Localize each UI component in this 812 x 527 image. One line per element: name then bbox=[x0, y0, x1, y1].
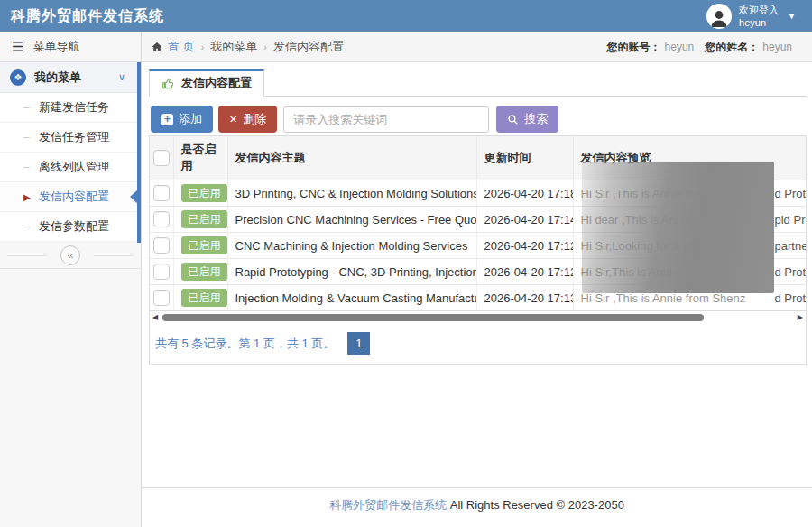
sidebar-item-offline-queue-manage[interactable]: – 离线列队管理 bbox=[0, 153, 141, 182]
tab-send-content-config[interactable]: 发信内容配置 bbox=[149, 69, 264, 97]
tab-label: 发信内容配置 bbox=[181, 75, 252, 91]
breadcrumb-home-link[interactable]: 首 页 bbox=[168, 39, 195, 55]
preview-cell: Hi Sir,Looking for a reliable manupartne… bbox=[573, 233, 806, 259]
subject-cell: Rapid Prototyping - CNC, 3D Printing, In… bbox=[227, 259, 476, 285]
sidebar-collapse-row: « bbox=[0, 242, 141, 269]
sidebar-collapse-button[interactable]: « bbox=[60, 245, 80, 265]
delete-button[interactable]: ✕ 删除 bbox=[218, 106, 277, 133]
top-bar: 科腾外贸邮件发信系统 欢迎登入 heyun ▼ bbox=[0, 0, 812, 32]
sidebar-item-send-content-config[interactable]: ▶ 发信内容配置 bbox=[0, 182, 141, 212]
pagination-summary: 共有 5 条记录。第 1 页，共 1 页。 bbox=[155, 336, 335, 352]
dash-icon: – bbox=[23, 101, 31, 114]
footer-rights: All Rights Reserved © 2023-2050 bbox=[447, 498, 624, 512]
hamburger-icon[interactable]: ☰ bbox=[12, 39, 23, 55]
row-checkbox[interactable] bbox=[153, 237, 170, 254]
select-all-checkbox[interactable] bbox=[153, 150, 170, 166]
sidebar-item-new-send-task[interactable]: – 新建发信任务 bbox=[0, 93, 141, 123]
avatar[interactable] bbox=[706, 4, 732, 29]
dash-icon: – bbox=[23, 220, 31, 233]
row-checkbox[interactable] bbox=[153, 185, 170, 201]
user-info: 您的账号： heyun 您的姓名： heyun bbox=[607, 40, 799, 55]
breadcrumb-bar: 首 页 › 我的菜单 › 发信内容配置 您的账号： heyun 您的姓名： he… bbox=[142, 32, 812, 62]
menu-group-label: 我的菜单 bbox=[34, 69, 110, 86]
subject-cell: Precision CNC Machining Services - Free … bbox=[227, 207, 476, 233]
content-table: 是否启用 发信内容主题 更新时间 发信内容预览 已启用 3D Printing,… bbox=[150, 136, 806, 311]
scroll-left-arrow[interactable]: ◀ bbox=[152, 314, 158, 321]
sidebar-group-my-menu[interactable]: ❖ 我的菜单 ∨ bbox=[0, 62, 141, 93]
status-badge: 已启用 bbox=[181, 210, 228, 228]
dash-icon: – bbox=[23, 131, 31, 143]
page-1-button[interactable]: 1 bbox=[347, 332, 370, 355]
scrollbar-thumb[interactable] bbox=[162, 314, 704, 321]
table-row: 已启用 Injection Molding & Vacuum Casting M… bbox=[150, 285, 806, 311]
chevron-down-icon: ∨ bbox=[118, 71, 125, 83]
menu-group-icon: ❖ bbox=[10, 69, 26, 86]
scroll-right-arrow[interactable]: ▶ bbox=[798, 314, 803, 321]
status-badge: 已启用 bbox=[181, 289, 228, 307]
active-arrow-icon: ▶ bbox=[23, 192, 31, 202]
sidebar-item-label: 离线列队管理 bbox=[39, 159, 109, 175]
subject-cell: 3D Printing, CNC & Injection Molding Sol… bbox=[227, 180, 476, 207]
search-icon bbox=[507, 114, 519, 125]
sidebar-accent-bar bbox=[137, 62, 141, 243]
sidebar-item-send-task-manage[interactable]: – 发信任务管理 bbox=[0, 123, 141, 153]
table-row: 已启用 CNC Machining & Injection Molding Se… bbox=[150, 233, 806, 259]
caret-down-icon[interactable]: ▼ bbox=[788, 12, 796, 21]
sidebar-item-label: 新建发信任务 bbox=[39, 99, 109, 116]
welcome-username: heyun bbox=[739, 16, 779, 29]
row-checkbox[interactable] bbox=[153, 290, 170, 306]
pagination-bar: 共有 5 条记录。第 1 页，共 1 页。 1 bbox=[150, 324, 806, 364]
sidebar-header: ☰ 菜单导航 bbox=[0, 32, 141, 62]
footer-brand-link[interactable]: 科腾外贸邮件发信系统 bbox=[329, 498, 447, 512]
plus-icon: + bbox=[161, 114, 173, 125]
search-button[interactable]: 搜索 bbox=[496, 106, 558, 133]
horizontal-scrollbar: ◀ ▶ bbox=[150, 311, 806, 324]
updated-cell: 2026-04-20 17:12:10 bbox=[476, 233, 573, 259]
user-menu[interactable]: 欢迎登入 heyun ▼ bbox=[706, 4, 801, 30]
breadcrumb-separator: › bbox=[201, 42, 205, 52]
header-updated: 更新时间 bbox=[476, 136, 573, 180]
updated-cell: 2026-04-20 17:12:34 bbox=[476, 259, 573, 285]
header-subject: 发信内容主题 bbox=[227, 136, 476, 180]
main-content: 首 页 › 我的菜单 › 发信内容配置 您的账号： heyun 您的姓名： he… bbox=[142, 32, 812, 527]
breadcrumb-level2: 发信内容配置 bbox=[273, 39, 344, 55]
sidebar-item-send-param-config[interactable]: – 发信参数配置 bbox=[0, 212, 141, 242]
subject-cell: CNC Machining & Injection Molding Servic… bbox=[227, 233, 476, 259]
preview-cell: Hi Sir ,This is Annie from Shenzd Proto bbox=[573, 285, 806, 311]
search-input[interactable] bbox=[283, 106, 489, 133]
breadcrumb-level1: 我的菜单 bbox=[210, 39, 257, 55]
tab-bar: 发信内容配置 bbox=[149, 69, 807, 97]
delete-button-label: 删除 bbox=[243, 111, 266, 127]
updated-cell: 2026-04-20 17:13:04 bbox=[476, 285, 573, 311]
sidebar-submenu: – 新建发信任务 – 发信任务管理 – 离线列队管理 ▶ 发信内容配置 – bbox=[0, 93, 141, 242]
table-row: 已启用 Precision CNC Machining Services - F… bbox=[150, 207, 806, 233]
add-button-label: 添加 bbox=[179, 111, 202, 127]
row-checkbox[interactable] bbox=[153, 264, 170, 280]
welcome-line1: 欢迎登入 bbox=[739, 4, 779, 16]
sidebar-item-label: 发信任务管理 bbox=[39, 129, 109, 145]
preview-cell: Hi Sir,This is Annie from Shenzhed Proto bbox=[573, 259, 806, 285]
row-checkbox[interactable] bbox=[153, 211, 170, 227]
name-value: heyun bbox=[762, 41, 792, 53]
data-grid: 是否启用 发信内容主题 更新时间 发信内容预览 已启用 3D Printing,… bbox=[149, 135, 807, 365]
sidebar-item-label: 发信内容配置 bbox=[39, 189, 109, 205]
x-icon: ✕ bbox=[229, 114, 237, 125]
status-badge: 已启用 bbox=[181, 184, 228, 202]
subject-cell: Injection Molding & Vacuum Casting Manuf… bbox=[227, 285, 476, 311]
status-badge: 已启用 bbox=[181, 263, 228, 281]
status-badge: 已启用 bbox=[181, 236, 228, 254]
dash-icon: – bbox=[23, 161, 31, 173]
preview-cell: Hi Sir ,This is Annie from Shenzhed Prot… bbox=[573, 180, 806, 207]
name-label: 您的姓名： bbox=[705, 40, 759, 55]
home-icon bbox=[151, 41, 168, 54]
welcome-text: 欢迎登入 heyun bbox=[739, 4, 779, 30]
header-enabled: 是否启用 bbox=[173, 136, 227, 180]
person-icon bbox=[708, 7, 730, 29]
table-header-row: 是否启用 发信内容主题 更新时间 发信内容预览 bbox=[150, 136, 806, 180]
sidebar-nav-title: 菜单导航 bbox=[32, 39, 79, 55]
add-button[interactable]: + 添加 bbox=[151, 106, 213, 133]
sidebar-item-label: 发信参数配置 bbox=[39, 218, 109, 235]
updated-cell: 2026-04-20 17:18:48 bbox=[476, 180, 573, 207]
table-row: 已启用 3D Printing, CNC & Injection Molding… bbox=[150, 180, 806, 207]
sidebar: ☰ 菜单导航 ❖ 我的菜单 ∨ – 新建发信任务 – 发信任务管理 – bbox=[0, 32, 142, 527]
